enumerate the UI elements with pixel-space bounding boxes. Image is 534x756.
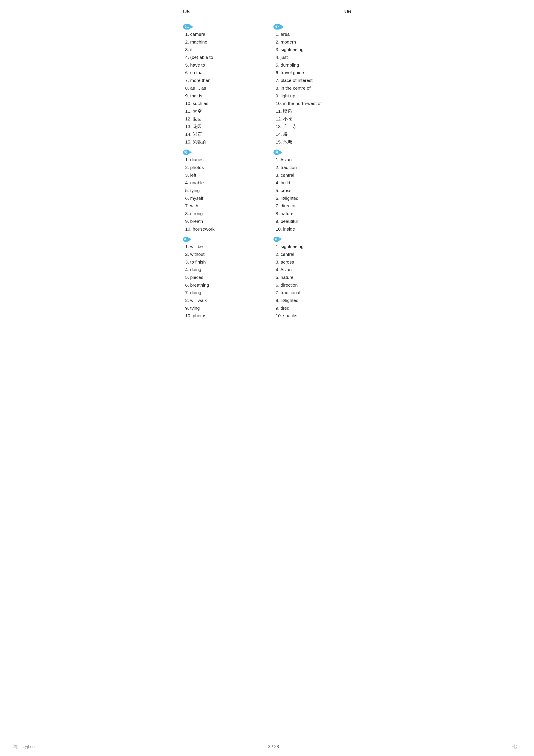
list-item: 15. 池塘 xyxy=(276,138,351,146)
u6-write-badge-wrap: ✏ xyxy=(273,237,351,242)
list-item: 4. just xyxy=(276,53,351,61)
list-item: 2. without xyxy=(185,251,261,258)
list-item: 2. central xyxy=(276,251,351,258)
u5-ci-section: 词 1. diaries2. photos3. left4. unable5. … xyxy=(183,149,261,233)
list-item: 2. photos xyxy=(185,164,261,171)
list-item: 10. in the north-west of xyxy=(276,99,351,107)
list-item: 8. will walk xyxy=(185,297,261,304)
u5-write-list: 1. will be2. without3. to finish4. doing… xyxy=(183,243,261,320)
list-item: 7. doing xyxy=(185,289,261,297)
list-item: 3. central xyxy=(276,171,351,179)
list-item: 14. 岩石 xyxy=(185,130,261,138)
list-item: 5. dumpling xyxy=(276,61,351,69)
header-left: U5 xyxy=(183,9,190,15)
u5-wen-list: 1. camera2. machine3. if4. (be) able to5… xyxy=(183,30,261,146)
u5-wen-badge: 文A xyxy=(183,24,191,30)
list-item: 9. that is xyxy=(185,92,261,100)
list-item: 10. snacks xyxy=(276,312,351,320)
list-item: 1. sightseeing xyxy=(276,243,351,251)
list-item: 11. 太空 xyxy=(185,107,261,115)
list-item: 3. across xyxy=(276,258,351,266)
list-item: 9. tying xyxy=(185,304,261,312)
list-item: 5. pieces xyxy=(185,274,261,281)
list-item: 7. director xyxy=(276,202,351,210)
u5-ci-badge: 词 xyxy=(183,149,190,155)
list-item: 4. build xyxy=(276,179,351,187)
list-item: 12. 小吃 xyxy=(276,115,351,123)
u6-ci-section: 词 1. Asian2. tradition3. central4. build… xyxy=(273,149,351,233)
list-item: 15. 紧张的 xyxy=(185,138,261,146)
u6-wen-list: 1. area2. modern3. sightseeing4. just5. … xyxy=(273,30,351,146)
list-item: 2. machine xyxy=(185,38,261,46)
list-item: 1. Asian xyxy=(276,156,351,164)
list-item: 4. Asian xyxy=(276,266,351,274)
u6-ci-badge-wrap: 词 xyxy=(273,149,351,155)
list-item: 8. lit/lighted xyxy=(276,297,351,304)
u6-wen-section: 文A 1. area2. modern3. sightseeing4. just… xyxy=(273,24,351,146)
list-item: 4. unable xyxy=(185,179,261,187)
list-item: 6. travel guide xyxy=(276,69,351,76)
list-item: 5. have to xyxy=(185,61,261,69)
list-item: 3. left xyxy=(185,171,261,179)
list-item: 2. tradition xyxy=(276,164,351,171)
list-item: 5. cross xyxy=(276,187,351,194)
list-item: 6. myself xyxy=(185,194,261,202)
list-item: 10. housework xyxy=(185,225,261,233)
list-item: 5. nature xyxy=(276,274,351,281)
list-item: 8. nature xyxy=(276,210,351,217)
u5-ci-list: 1. diaries2. photos3. left4. unable5. ty… xyxy=(183,156,261,233)
list-item: 13. 花园 xyxy=(185,122,261,130)
list-item: 3. if xyxy=(185,46,261,53)
list-item: 4. doing xyxy=(185,266,261,274)
u5-write-badge: ✏ xyxy=(183,237,189,242)
u5-write-badge-wrap: ✏ xyxy=(183,237,261,242)
list-item: 7. with xyxy=(185,202,261,210)
list-item: 7. more than xyxy=(185,76,261,84)
u5-ci-badge-wrap: 词 xyxy=(183,149,261,155)
list-item: 6. breathing xyxy=(185,281,261,289)
list-item: 13. 庙；寺 xyxy=(276,122,351,130)
list-item: 12. 返回 xyxy=(185,115,261,123)
list-item: 3. to finish xyxy=(185,258,261,266)
list-item: 6. direction xyxy=(276,281,351,289)
list-item: 6. so that xyxy=(185,69,261,76)
u6-write-list: 1. sightseeing2. central3. across4. Asia… xyxy=(273,243,351,320)
list-item: 7. traditional xyxy=(276,289,351,297)
list-item: 8. in the centre of xyxy=(276,84,351,92)
list-item: 8. as ... as xyxy=(185,84,261,92)
list-item: 10. inside xyxy=(276,225,351,233)
u5-wen-section: 文A 1. camera2. machine3. if4. (be) able … xyxy=(183,24,261,146)
list-item: 8. strong xyxy=(185,210,261,217)
list-item: 1. will be xyxy=(185,243,261,251)
list-item: 14. 桥 xyxy=(276,130,351,138)
u5-column: 文A 1. camera2. machine3. if4. (be) able … xyxy=(183,21,261,323)
list-item: 9. beautiful xyxy=(276,217,351,225)
list-item: 1. area xyxy=(276,30,351,38)
page-header: U5 U6 xyxy=(183,9,351,15)
u6-wen-badge-wrap: 文A xyxy=(273,24,351,30)
list-item: 10. such as xyxy=(185,99,261,107)
list-item: 9. light up xyxy=(276,92,351,100)
list-item: 3. sightseeing xyxy=(276,46,351,53)
u6-wen-badge: 文A xyxy=(273,24,281,30)
u5-write-section: ✏ 1. will be2. without3. to finish4. doi… xyxy=(183,237,261,320)
u5-wen-badge-wrap: 文A xyxy=(183,24,261,30)
list-item: 6. lit/lighted xyxy=(276,194,351,202)
u6-write-badge: ✏ xyxy=(273,237,279,242)
list-item: 1. camera xyxy=(185,30,261,38)
list-item: 9. tired xyxy=(276,304,351,312)
list-item: 5. tying xyxy=(185,187,261,194)
list-item: 7. place of interest xyxy=(276,76,351,84)
list-item: 2. modern xyxy=(276,38,351,46)
list-item: 10. photos xyxy=(185,312,261,320)
main-columns: 文A 1. camera2. machine3. if4. (be) able … xyxy=(183,21,351,323)
u6-write-section: ✏ 1. sightseeing2. central3. across4. As… xyxy=(273,237,351,320)
u6-ci-badge: 词 xyxy=(273,149,280,155)
u6-column: 文A 1. area2. modern3. sightseeing4. just… xyxy=(273,21,351,323)
u6-ci-list: 1. Asian2. tradition3. central4. build5.… xyxy=(273,156,351,233)
list-item: 4. (be) able to xyxy=(185,53,261,61)
list-item: 1. diaries xyxy=(185,156,261,164)
list-item: 9. breath xyxy=(185,217,261,225)
header-right: U6 xyxy=(344,9,351,15)
list-item: 11. 喷泉 xyxy=(276,107,351,115)
